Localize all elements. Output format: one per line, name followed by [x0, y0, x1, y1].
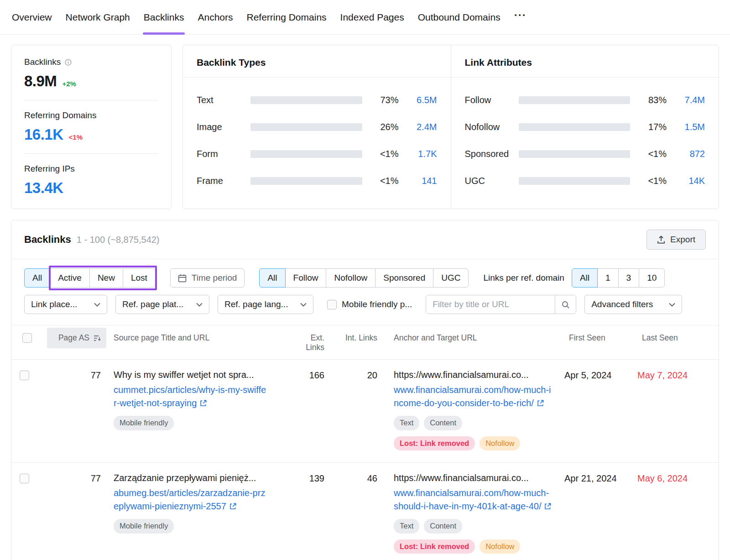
- table-column-headers: Page AS Source page Title and URL Ext. L…: [11, 325, 719, 359]
- link-placement-dropdown[interactable]: Link place...: [24, 295, 107, 314]
- status-filter-active[interactable]: Active: [50, 268, 90, 288]
- bar-percent: <1%: [641, 149, 667, 159]
- table-header: Backlinks 1 - 100 (~8,875,542) Export: [11, 220, 719, 259]
- anchor-text: https://www.financialsamurai.co...: [394, 473, 553, 483]
- ext-links-value: 166: [287, 370, 330, 381]
- tab-overview[interactable]: Overview: [12, 0, 59, 34]
- time-period-button[interactable]: Time period: [170, 268, 245, 288]
- divider: [24, 153, 158, 154]
- status-filter-group: All Active New Lost: [24, 268, 156, 288]
- bar-track: [519, 123, 631, 131]
- column-header-anchor: Anchor and Target URL: [383, 325, 564, 350]
- row-checkbox[interactable]: [20, 474, 29, 483]
- bar-percent: 83%: [641, 95, 667, 105]
- status-filter-lost[interactable]: Lost: [123, 268, 156, 288]
- links-per-domain-10[interactable]: 10: [639, 268, 665, 288]
- charts-card: Backlink Types Text 73% 6.5M Image 26% 2…: [182, 45, 719, 209]
- status-filter-new[interactable]: New: [89, 268, 123, 288]
- follow-filter-nofollow[interactable]: Nofollow: [326, 268, 375, 288]
- tab-outbound-domains[interactable]: Outbound Domains: [411, 0, 507, 34]
- search-button[interactable]: [555, 295, 576, 314]
- export-icon: [657, 236, 665, 244]
- referring-domains-change-badge: <1%: [69, 133, 83, 141]
- ref-page-language-dropdown[interactable]: Ref. page lang...: [218, 295, 313, 314]
- backlinks-metric-value: 8.9M: [24, 73, 57, 90]
- first-seen-value: Apr 5, 2024: [564, 370, 637, 381]
- follow-filter-follow[interactable]: Follow: [285, 268, 327, 288]
- external-link-icon: [229, 502, 237, 510]
- bar-row-frame: Frame <1% 141: [197, 167, 437, 194]
- backlinks-change-badge: +2%: [62, 80, 76, 88]
- bar-row-follow: Follow 83% 7.4M: [465, 87, 705, 114]
- tab-network-graph[interactable]: Network Graph: [59, 0, 137, 34]
- report-tabs-nav: Overview Network Graph Backlinks Anchors…: [0, 0, 730, 35]
- mobile-friendly-badge: Mobile friendly: [114, 416, 174, 430]
- column-header-page-as[interactable]: Page AS: [47, 328, 106, 348]
- links-per-domain-group: Links per ref. domain All 1 3 10: [483, 268, 665, 288]
- bar-track: [250, 177, 362, 185]
- table-title: Backlinks: [24, 234, 71, 246]
- external-link-icon: [537, 399, 544, 407]
- referring-domains-metric-label: Referring Domains: [24, 110, 158, 120]
- bar-row-text: Text 73% 6.5M: [197, 87, 437, 114]
- target-url-link[interactable]: www.financialsamurai.com/how-much-should…: [394, 487, 553, 513]
- bar-row-form: Form <1% 1.7K: [197, 141, 437, 167]
- source-url-link[interactable]: cummet.pics/articles/why-is-my-swiffer-w…: [114, 383, 269, 410]
- select-all-checkbox[interactable]: [22, 333, 32, 343]
- bar-track: [250, 96, 362, 104]
- table-range: 1 - 100 (~8,875,542): [77, 235, 160, 245]
- advanced-filters-dropdown[interactable]: Advanced filters: [584, 295, 682, 314]
- backlink-types-panel: Backlink Types Text 73% 6.5M Image 26% 2…: [183, 45, 451, 209]
- nofollow-badge: Nofollow: [480, 436, 520, 451]
- mobile-friendly-badge: Mobile friendly: [114, 519, 174, 534]
- bar-value-link[interactable]: 1.7K: [409, 149, 437, 159]
- bar-value-link[interactable]: 14K: [677, 176, 705, 186]
- nofollow-badge: Nofollow: [480, 539, 520, 554]
- follow-filter-sponsored[interactable]: Sponsored: [375, 268, 433, 288]
- bar-value-link[interactable]: 7.4M: [677, 95, 705, 105]
- bar-value-link[interactable]: 6.5M: [409, 95, 437, 105]
- divider: [24, 100, 158, 100]
- bar-value-link[interactable]: 2.4M: [409, 122, 437, 132]
- follow-filter-group: All Follow Nofollow Sponsored UGC: [259, 268, 469, 288]
- links-per-domain-1[interactable]: 1: [597, 268, 619, 288]
- link-type-badge: Text: [394, 519, 419, 534]
- backlinks-table-card: Backlinks 1 - 100 (~8,875,542) Export Al…: [11, 220, 719, 560]
- referring-ips-metric-value[interactable]: 13.4K: [24, 179, 63, 197]
- bar-value-link[interactable]: 141: [409, 176, 437, 186]
- external-link-icon: [544, 502, 552, 510]
- bar-row-nofollow: Nofollow 17% 1.5M: [465, 114, 705, 141]
- source-url-link[interactable]: abumeg.best/articles/zarzadzanie-przeply…: [114, 487, 269, 513]
- referring-domains-metric-value[interactable]: 16.1K: [24, 126, 63, 143]
- source-page-title: Zarządzanie przepływami pienięż...: [114, 473, 269, 483]
- links-per-domain-3[interactable]: 3: [618, 268, 640, 288]
- export-button[interactable]: Export: [647, 230, 706, 250]
- bar-value-link[interactable]: 872: [677, 149, 705, 159]
- tab-anchors[interactable]: Anchors: [191, 0, 240, 34]
- row-checkbox[interactable]: [20, 371, 29, 380]
- follow-filter-ugc[interactable]: UGC: [433, 268, 469, 288]
- anchor-text: https://www.financialsamurai.co...: [394, 370, 553, 380]
- links-per-domain-all[interactable]: All: [572, 268, 598, 288]
- tab-backlinks[interactable]: Backlinks: [137, 0, 191, 34]
- mobile-friendly-filter: Mobile friendly p...: [327, 299, 412, 309]
- column-header-source: Source page Title and URL: [106, 325, 287, 350]
- target-url-link[interactable]: www.financialsamurai.com/how-much-income…: [394, 383, 553, 410]
- tab-indexed-pages[interactable]: Indexed Pages: [334, 0, 411, 34]
- link-type-badge: Content: [424, 416, 462, 430]
- referring-ips-metric-label: Referring IPs: [24, 164, 158, 174]
- search-input[interactable]: [426, 295, 555, 314]
- link-attributes-title: Link Attributes: [451, 45, 719, 78]
- bar-row-ugc: UGC <1% 14K: [465, 167, 705, 194]
- ref-page-platform-dropdown[interactable]: Ref. page plat...: [115, 295, 209, 314]
- chevron-down-icon: [94, 303, 100, 307]
- more-tabs-button[interactable]: ···: [507, 9, 533, 26]
- follow-filter-all[interactable]: All: [259, 268, 285, 288]
- tab-referring-domains[interactable]: Referring Domains: [240, 0, 334, 34]
- bar-percent: <1%: [373, 149, 399, 159]
- annotation-highlight-box: Active New Lost: [50, 268, 156, 288]
- backlinks-metric-label: Backlinks: [24, 57, 158, 67]
- mobile-friendly-checkbox[interactable]: [327, 300, 337, 309]
- bar-value-link[interactable]: 1.5M: [677, 122, 705, 132]
- status-filter-all[interactable]: All: [24, 268, 50, 288]
